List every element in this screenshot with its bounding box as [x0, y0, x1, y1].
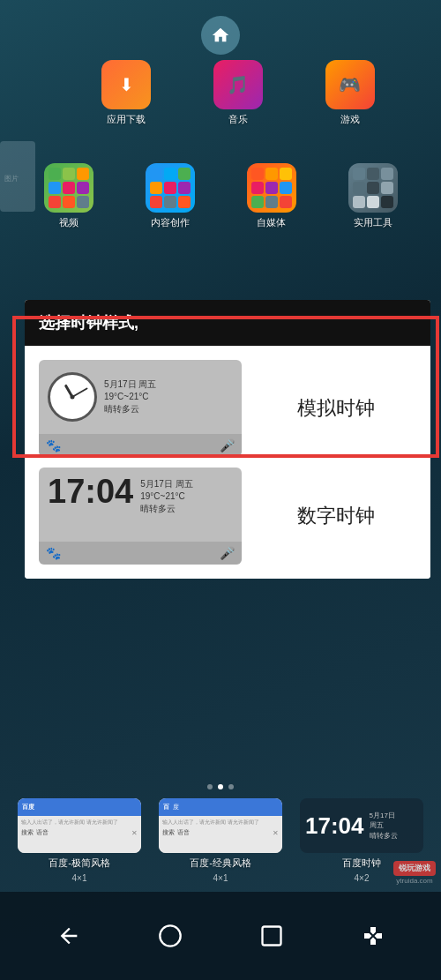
clock-weather-info: 5月17日 周五 晴转多云 [370, 811, 398, 841]
close-icon1: ✕ [131, 829, 138, 837]
home-folder-icon[interactable] [201, 16, 240, 55]
dialog-title: 选择时钟样式, [39, 314, 138, 332]
clock-options-container: 5月17日 周五 19°C~21°C 晴转多云 🐾 🎤 模拟时钟 17:04 [25, 346, 430, 579]
baidu-search-text1: 搜索 [21, 828, 34, 837]
folder-grid4 [348, 163, 398, 213]
folder-grid3 [247, 163, 296, 213]
watermark-url: ytruida.com [396, 877, 432, 885]
app-grid-row1: ⬇ 应用下载 🎵 音乐 🎮 游戏 [71, 60, 406, 126]
digital-clock-info: 5月17日 周五 19°C~21°C 晴转多云 [140, 475, 192, 515]
digital-time-display: 17:04 [48, 475, 133, 508]
widget-sub-baidu-clock: 4×2 [355, 873, 370, 883]
clock-day: 周五 [370, 820, 398, 830]
app-item-media[interactable]: 自媒体 [247, 163, 296, 229]
digital-clock-label: 数字时钟 [256, 503, 416, 529]
baidu-classic-box: 百 度 输入人出话了，请允许新闻 请允许新闻了 搜索 语音 ✕ [159, 798, 282, 853]
app-icon-downloads: ⬇ [101, 60, 151, 109]
baidu-logo2b: 度 [173, 803, 179, 812]
mic-icon-digital: 🎤 [220, 546, 235, 560]
baidu-clock-box: 17:04 5月17日 周五 晴转多云 [300, 798, 423, 853]
bottom-navigation [0, 892, 441, 980]
baidu-voice-text2: 语音 [177, 828, 190, 837]
watermark: 锐玩游戏 ytruida.com [393, 861, 436, 885]
digital-clock-option[interactable]: 17:04 5月17日 周五 19°C~21°C 晴转多云 🐾 🎤 数字时钟 [39, 468, 416, 565]
analog-clock-bottom-bar: 🐾 🎤 [39, 434, 242, 457]
app-item-games[interactable]: 🎮 游戏 [325, 60, 375, 126]
page-dot-2 [218, 784, 223, 789]
baidu-hint1: 输入人出话了，请允许新闻 请允许新闻了 [21, 819, 138, 827]
app-label-tools: 实用工具 [354, 216, 392, 229]
paw-icon-analog: 🐾 [46, 438, 61, 453]
watermark-logo: 锐玩游戏 [393, 861, 436, 876]
game-button[interactable] [354, 916, 392, 955]
analog-clock-preview: 5月17日 周五 19°C~21°C 晴转多云 🐾 🎤 [39, 360, 242, 457]
baidu-top-bar1: 百度 [18, 798, 141, 816]
clock-date: 5月17日 [370, 811, 398, 820]
widget-strip: 百度 输入人出话了，请允许新闻 请允许新闻了 搜索 语音 ✕ 百度-极简风格 4… [0, 784, 441, 883]
app-item-downloads[interactable]: ⬇ 应用下载 [101, 60, 151, 126]
baidu-btn-row1: 搜索 语音 ✕ [21, 828, 138, 837]
analog-clock-info: 5月17日 周五 19°C~21°C 晴转多云 [104, 378, 156, 415]
app-icon-games: 🎮 [325, 60, 375, 109]
home-button[interactable] [151, 916, 190, 955]
baidu-search-text2: 搜索 [162, 828, 175, 837]
analog-clock-face [48, 372, 97, 422]
digital-preview-content: 17:04 5月17日 周五 19°C~21°C 晴转多云 [39, 468, 242, 542]
close-icon2: ✕ [273, 829, 279, 837]
baidu-minimal-inner: 百度 输入人出话了，请允许新闻 请允许新闻了 搜索 语音 ✕ [18, 798, 141, 853]
app-icon-music: 🎵 [213, 60, 263, 109]
paw-icon-digital: 🐾 [46, 546, 61, 560]
app-label-music: 音乐 [228, 113, 248, 126]
app-icon-media [247, 163, 296, 213]
dialog-title-bar: 选择时钟样式, [25, 300, 430, 346]
widget-sub-baidu-classic: 4×1 [213, 873, 228, 883]
app-item-content[interactable]: 内容创作 [146, 163, 195, 229]
app-label-games: 游戏 [340, 113, 360, 126]
analog-clock-label: 模拟时钟 [256, 395, 416, 422]
app-grid-row2: 视频 内容创作 [18, 163, 423, 229]
app-item-music[interactable]: 🎵 音乐 [213, 60, 263, 126]
baidu-content2: 输入人出话了，请允许新闻 请允许新闻了 搜索 语音 ✕ [159, 816, 282, 853]
app-item-tools[interactable]: 实用工具 [348, 163, 398, 229]
center-dot [71, 395, 75, 400]
clock-display: 17:04 [305, 814, 364, 837]
baidu-btn-row2: 搜索 语音 ✕ [162, 828, 279, 837]
baidu-voice-text1: 语音 [36, 828, 49, 837]
folder-grid2 [146, 163, 195, 213]
widget-clock-time: 17:04 [305, 812, 364, 839]
app-label-media: 自媒体 [257, 216, 286, 229]
baidu-top-bar2: 百 度 [159, 798, 282, 816]
baidu-minimal-box: 百度 输入人出话了，请允许新闻 请允许新闻了 搜索 语音 ✕ [18, 798, 141, 853]
top-navigation [0, 16, 441, 55]
digital-clock-bottom-bar: 🐾 🎤 [39, 542, 242, 565]
back-button[interactable] [49, 916, 88, 955]
app-label-downloads: 应用下载 [107, 113, 146, 126]
analog-clock-option[interactable]: 5月17日 周五 19°C~21°C 晴转多云 🐾 🎤 模拟时钟 [39, 360, 416, 457]
app-icon-content [146, 163, 195, 213]
baidu-classic-inner: 百 度 输入人出话了，请允许新闻 请允许新闻了 搜索 语音 ✕ [159, 798, 282, 853]
widget-row: 百度 输入人出话了，请允许新闻 请允许新闻了 搜索 语音 ✕ 百度-极简风格 4… [0, 798, 441, 883]
clock-style-dialog: 选择时钟样式, 5月17日 周五 19°C~21°C 晴转多云 [25, 300, 430, 579]
widget-baidu-classic[interactable]: 百 度 输入人出话了，请允许新闻 请允许新闻了 搜索 语音 ✕ 百度-经典风格 … [150, 798, 291, 883]
clock-weather: 晴转多云 [370, 831, 398, 841]
recent-apps-button[interactable] [252, 916, 291, 955]
digital-clock-preview: 17:04 5月17日 周五 19°C~21°C 晴转多云 🐾 🎤 [39, 468, 242, 565]
page-dots [0, 784, 441, 789]
widget-label-baidu-clock: 百度时钟 [342, 857, 381, 870]
baidu-content1: 输入人出话了，请允许新闻 请允许新闻了 搜索 语音 ✕ [18, 816, 141, 853]
page-dot-1 [207, 784, 213, 789]
widget-baidu-minimal[interactable]: 百度 输入人出话了，请允许新闻 请允许新闻了 搜索 语音 ✕ 百度-极简风格 4… [9, 798, 150, 883]
app-label-video: 视频 [59, 216, 78, 229]
baidu-logo1: 百度 [22, 803, 34, 812]
baidu-hint2: 输入人出话了，请允许新闻 请允许新闻了 [162, 819, 279, 827]
widget-label-baidu-minimal: 百度-极简风格 [49, 857, 110, 870]
mic-icon-analog: 🎤 [220, 438, 235, 453]
svg-point-2 [160, 925, 180, 946]
widget-sub-baidu-minimal: 4×1 [72, 873, 87, 883]
app-icon-tools [348, 163, 398, 213]
baidu-logo2: 百 [163, 803, 169, 812]
svg-text:图片: 图片 [4, 175, 19, 183]
analog-preview-content: 5月17日 周五 19°C~21°C 晴转多云 [39, 360, 242, 434]
page-dot-3 [228, 784, 234, 789]
left-decoration: 图片 [0, 132, 53, 238]
